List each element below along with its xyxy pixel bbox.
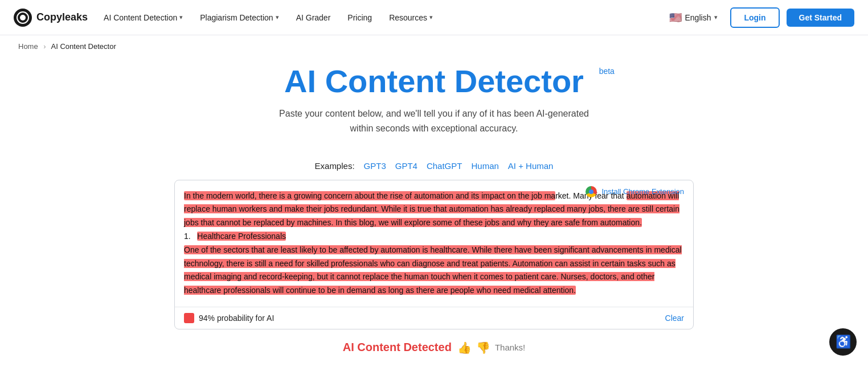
hero-title-wrap: AI Content Detector beta [284, 63, 584, 100]
hero-subtitle-line2: within seconds with exceptional accuracy… [350, 123, 518, 133]
svg-point-1 [20, 15, 26, 20]
navbar: Copyleaks AI Content Detection ▾ Plagiar… [0, 0, 868, 35]
chevron-down-icon: ▾ [714, 14, 718, 21]
chrome-extension-label: Install Chrome Extension [601, 187, 684, 196]
nav-label-resources: Resources [389, 13, 427, 22]
content-box: Install Chrome Extension In the modern w… [174, 180, 694, 329]
logo-label: Copyleaks [36, 11, 88, 23]
nav-label-ai-grader: AI Grader [296, 13, 331, 22]
example-ai-human[interactable]: AI + Human [508, 161, 554, 171]
content-text-area[interactable]: In the modern world, there is a growing … [175, 180, 693, 307]
flag-icon: 🇺🇸 [669, 11, 682, 24]
nav-item-resources[interactable]: Resources ▾ [382, 9, 440, 27]
language-selector[interactable]: 🇺🇸 English ▾ [664, 8, 724, 27]
hero-section: AI Content Detector beta Paste your cont… [0, 57, 868, 147]
nav-label-pricing: Pricing [347, 13, 372, 22]
hero-subtitle: Paste your content below, and we'll tell… [11, 106, 857, 135]
feedback-icons: 👍 👎 Thanks! [457, 341, 525, 354]
get-started-button[interactable]: Get Started [787, 9, 854, 27]
example-chatgpt[interactable]: ChatGPT [427, 161, 462, 171]
breadcrumb-home[interactable]: Home [18, 42, 38, 51]
nav-label-ai-detection: AI Content Detection [104, 13, 177, 22]
breadcrumb: Home › AI Content Detector [0, 35, 868, 57]
thumbs-down-icon[interactable]: 👎 [476, 341, 490, 354]
nav-label-plagiarism: Plagiarism Detection [200, 13, 273, 22]
example-gpt3[interactable]: GPT3 [364, 161, 386, 171]
chrome-icon [586, 186, 597, 197]
nav-right: 🇺🇸 English ▾ Login Get Started [664, 7, 855, 28]
logo-icon [14, 9, 32, 27]
nav-item-pricing[interactable]: Pricing [341, 9, 379, 27]
chevron-down-icon: ▾ [276, 14, 279, 21]
page-title: AI Content Detector [284, 63, 584, 100]
login-button[interactable]: Login [730, 7, 779, 28]
examples-label: Examples: [315, 161, 355, 171]
nav-item-ai-detection[interactable]: AI Content Detection ▾ [97, 9, 190, 27]
beta-badge: beta [599, 67, 615, 76]
accessibility-icon: ♿ [836, 335, 851, 349]
examples-row: Examples: GPT3 GPT4 ChatGPT Human AI + H… [0, 161, 868, 171]
highlighted-text-1: In the modern world, there is a growing … [184, 191, 555, 200]
thumbs-up-icon[interactable]: 👍 [457, 341, 472, 354]
example-human[interactable]: Human [471, 161, 498, 171]
chrome-extension-banner[interactable]: Install Chrome Extension [586, 186, 684, 197]
highlighted-text-4: One of the sectors that are least likely… [184, 245, 682, 295]
content-footer-bar: 94% probability for AI Clear [175, 307, 693, 329]
logo[interactable]: Copyleaks [14, 9, 88, 27]
chevron-down-icon: ▾ [429, 14, 433, 21]
probability-color-box [184, 313, 194, 323]
content-box-wrap: Install Chrome Extension In the modern w… [161, 180, 707, 367]
example-gpt4[interactable]: GPT4 [395, 161, 417, 171]
highlighted-text-3: Healthcare Professionals [197, 232, 286, 241]
hero-subtitle-line1: Paste your content below, and we'll tell… [279, 109, 589, 118]
probability-label: 94% probability for AI [199, 314, 274, 323]
nav-item-plagiarism[interactable]: Plagiarism Detection ▾ [193, 9, 285, 27]
probability-indicator: 94% probability for AI [184, 313, 274, 323]
thanks-label: Thanks! [495, 343, 525, 352]
accessibility-button[interactable]: ♿ [829, 328, 857, 356]
nav-left: Copyleaks AI Content Detection ▾ Plagiar… [14, 9, 440, 27]
result-bar: AI Content Detected 👍 👎 Thanks! [174, 341, 694, 367]
detection-result-label: AI Content Detected [343, 341, 452, 354]
chevron-down-icon: ▾ [179, 14, 183, 21]
nav-item-ai-grader[interactable]: AI Grader [289, 9, 338, 27]
breadcrumb-separator: › [43, 42, 46, 51]
lang-label: English [685, 13, 711, 22]
clear-button[interactable]: Clear [665, 314, 684, 323]
breadcrumb-current: AI Content Detector [51, 42, 116, 51]
